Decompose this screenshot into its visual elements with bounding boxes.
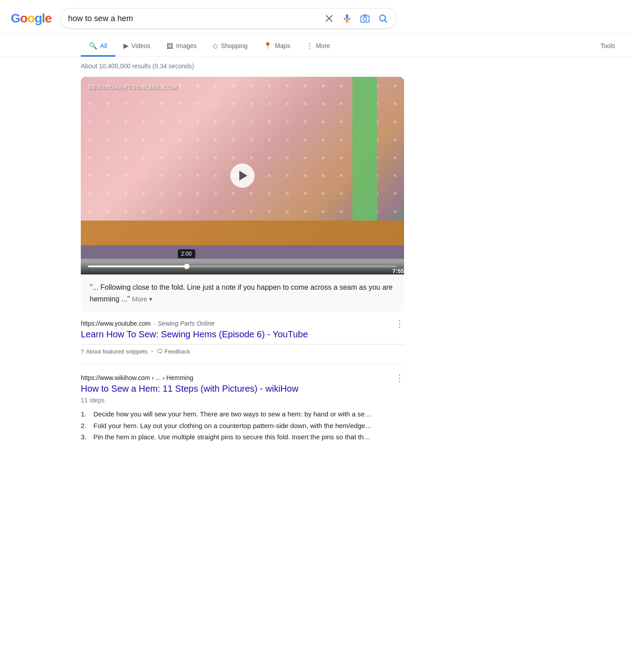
feedback-label: Feedback xyxy=(164,348,190,355)
featured-result-source: Sewing Parts Online xyxy=(158,320,215,327)
more-tab-icon: ⋮ xyxy=(306,42,313,50)
tab-maps-label: Maps xyxy=(275,42,290,49)
featured-snippet-card: SEWINGPARTSONLINE.COM 2:00 7:55 "... xyxy=(81,77,404,312)
step-number-3: 3. xyxy=(81,431,90,443)
list-item: 1. Decide how you will sew your hem. The… xyxy=(81,408,404,420)
tab-tools-label: Tools xyxy=(600,42,615,49)
step-text-2: Fold your hem. Lay out your clothing on … xyxy=(93,420,372,432)
footer-separator: • xyxy=(151,348,154,355)
svg-rect-2 xyxy=(346,14,349,19)
video-controls: 2:00 7:55 xyxy=(81,262,404,274)
results-area: About 10,400,000 results (0.34 seconds) … xyxy=(0,57,404,443)
featured-result-menu[interactable]: ⋮ xyxy=(395,319,404,328)
step-number-1: 1. xyxy=(81,408,90,420)
svg-point-6 xyxy=(364,17,367,20)
result-divider xyxy=(81,364,404,364)
progress-fill xyxy=(88,265,187,267)
images-tab-icon: 🖼 xyxy=(167,42,173,50)
play-button[interactable] xyxy=(230,164,255,188)
logo-letter-g2: g xyxy=(35,11,42,26)
step-text-1: Decide how you will sew your hem. There … xyxy=(93,408,371,420)
featured-result-meta: https://www.youtube.com · Sewing Parts O… xyxy=(81,319,404,328)
shopping-tab-icon: ◇ xyxy=(213,42,218,50)
video-duration: 7:55 xyxy=(392,268,404,274)
featured-result-title: Learn How To Sew: Sewing Hems (Episode 6… xyxy=(81,328,404,340)
progress-bar[interactable] xyxy=(88,265,397,267)
list-item: 2. Fold your hem. Lay out your clothing … xyxy=(81,420,404,432)
header: Google xyxy=(0,0,633,34)
search-button[interactable] xyxy=(377,12,389,25)
voice-search-button[interactable] xyxy=(341,12,353,25)
feedback-link[interactable]: 🗨 Feedback xyxy=(157,348,190,355)
tab-shopping[interactable]: ◇ Shopping xyxy=(205,36,255,57)
search-nav: 🔍 All ▶ Videos 🖼 Images ◇ Shopping 📍 Map… xyxy=(0,34,633,57)
all-tab-icon: 🔍 xyxy=(89,42,97,50)
results-count: About 10,400,000 results (0.34 seconds) xyxy=(81,62,404,70)
progress-thumb xyxy=(184,264,189,269)
timestamp-bubble: 2:00 xyxy=(178,249,195,258)
video-container[interactable]: SEWINGPARTSONLINE.COM 2:00 7:55 xyxy=(81,77,404,274)
second-result-url: https://www.wikihow.com › ... › Hemming xyxy=(81,374,193,381)
logo-letter-l: l xyxy=(42,11,45,26)
camera-icon xyxy=(360,13,370,23)
tab-images-label: Images xyxy=(176,42,197,49)
step-number-2: 2. xyxy=(81,420,90,432)
search-icon xyxy=(378,13,388,23)
tab-images[interactable]: 🖼 Images xyxy=(158,37,205,57)
google-logo[interactable]: Google xyxy=(11,11,51,26)
logo-letter-o1: o xyxy=(20,11,27,26)
second-result-menu[interactable]: ⋮ xyxy=(395,373,404,382)
search-input[interactable] xyxy=(68,14,318,23)
list-item: 3. Pin the hem in place. Use multiple st… xyxy=(81,431,404,443)
about-snippets-label: About featured snippets xyxy=(86,348,147,355)
svg-point-7 xyxy=(380,15,386,21)
second-result-steps-count: 11 steps xyxy=(81,397,404,404)
second-result-meta: https://www.wikihow.com › ... › Hemming … xyxy=(81,373,404,382)
logo-letter-o2: o xyxy=(27,11,35,26)
url-separator: · xyxy=(154,320,155,327)
maps-tab-icon: 📍 xyxy=(264,42,272,50)
tab-tools[interactable]: Tools xyxy=(592,37,633,56)
snippet-text-block: "... Following close to the fold. Line j… xyxy=(81,274,404,312)
second-result-link[interactable]: How to Sew a Hem: 11 Steps (with Picture… xyxy=(81,384,299,393)
search-icons xyxy=(323,12,389,25)
tab-shopping-label: Shopping xyxy=(221,42,247,49)
videos-tab-icon: ▶ xyxy=(123,42,129,50)
featured-result-link[interactable]: Learn How To Sew: Sewing Hems (Episode 6… xyxy=(81,329,308,339)
tab-all[interactable]: 🔍 All xyxy=(81,36,115,57)
clear-button[interactable] xyxy=(323,12,335,25)
brown-fabric xyxy=(81,221,404,248)
tab-more[interactable]: ⋮ More xyxy=(298,36,338,57)
tab-more-label: More xyxy=(316,42,330,49)
tab-maps[interactable]: 📍 Maps xyxy=(255,36,298,57)
question-icon: ? xyxy=(81,348,84,355)
feedback-icon: 🗨 xyxy=(157,348,163,355)
second-result-steps-list: 1. Decide how you will sew your hem. The… xyxy=(81,408,404,443)
green-strip xyxy=(352,77,377,230)
tab-videos[interactable]: ▶ Videos xyxy=(115,36,159,57)
tab-videos-label: Videos xyxy=(132,42,151,49)
search-bar xyxy=(60,8,397,29)
microphone-icon xyxy=(342,13,352,23)
image-search-button[interactable] xyxy=(359,12,371,25)
tab-all-label: All xyxy=(100,42,107,49)
second-result: https://www.wikihow.com › ... › Hemming … xyxy=(81,373,404,443)
close-icon xyxy=(325,14,333,22)
snippet-more-button[interactable]: More xyxy=(132,295,153,303)
snippet-footer: ? About featured snippets • 🗨 Feedback xyxy=(81,344,404,355)
logo-letter-e: e xyxy=(45,11,52,26)
second-result-title: How to Sew a Hem: 11 Steps (with Picture… xyxy=(81,382,404,395)
featured-result-url: https://www.youtube.com xyxy=(81,320,151,327)
svg-line-8 xyxy=(385,20,387,22)
about-snippets-link[interactable]: ? About featured snippets xyxy=(81,348,148,355)
logo-letter-g: G xyxy=(11,11,20,26)
video-watermark: SEWINGPARTSONLINE.COM xyxy=(88,84,178,91)
step-text-3: Pin the hem in place. Use multiple strai… xyxy=(93,431,370,443)
